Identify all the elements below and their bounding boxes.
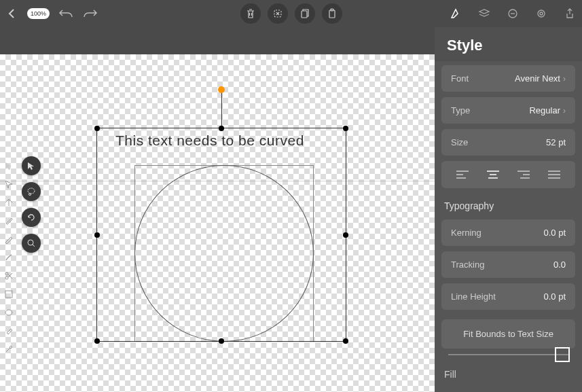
topbar-right [449, 7, 582, 20]
svg-rect-10 [5, 291, 12, 298]
font-section: Font Avenir Next› Type Regular› Size 52 … [435, 61, 582, 192]
svg-point-14 [28, 240, 33, 245]
font-value: Avenir Next [515, 73, 560, 84]
alignment-row [441, 161, 575, 188]
pencil-tool[interactable] [3, 233, 15, 245]
handle-top-center[interactable] [219, 126, 224, 131]
topbar: 100% [0, 0, 582, 27]
size-row[interactable]: Size 52 pt [441, 129, 575, 156]
font-row[interactable]: Font Avenir Next› [441, 65, 575, 92]
slider-thumb[interactable] [555, 347, 570, 362]
anchor-tool[interactable] [3, 196, 15, 209]
eyedropper-tool[interactable] [3, 343, 15, 355]
size-value: 52 pt [546, 137, 566, 147]
fit-bounds-button[interactable]: Fit Bounds to Text Size [441, 319, 575, 349]
left-toolbar [3, 160, 15, 355]
font-label: Font [451, 73, 469, 84]
rotate-handle[interactable] [218, 86, 225, 93]
align-center-button[interactable] [485, 168, 501, 181]
undo-button[interactable] [58, 5, 74, 22]
svg-point-6 [538, 10, 545, 17]
tracking-value: 0.0 [553, 260, 566, 270]
float-lasso-icon[interactable] [22, 182, 41, 201]
scissors-tool[interactable] [3, 270, 15, 282]
handle-bottom-right[interactable] [343, 338, 348, 344]
floating-tools [22, 156, 41, 253]
handle-mid-right[interactable] [343, 232, 348, 238]
topbar-left: 100% [5, 5, 98, 22]
svg-point-7 [540, 12, 543, 15]
float-select-icon[interactable] [22, 156, 41, 175]
handle-top-left[interactable] [94, 126, 100, 131]
svg-point-13 [29, 194, 31, 196]
shape-tool[interactable] [3, 288, 15, 300]
line-height-row[interactable]: Line Height 0.0 pt [441, 283, 575, 310]
paste-button[interactable] [322, 3, 342, 24]
kerning-row[interactable]: Kerning 0.0 pt [441, 219, 575, 246]
tracking-label: Tracking [451, 260, 484, 270]
tracking-row[interactable]: Tracking 0.0 [441, 251, 575, 278]
opacity-slider[interactable] [448, 354, 568, 355]
typography-section: Kerning 0.0 pt Tracking 0.0 Line Height … [435, 215, 582, 314]
kerning-label: Kerning [451, 228, 481, 238]
type-row[interactable]: Type Regular› [441, 97, 575, 124]
float-search-icon[interactable] [22, 234, 41, 253]
layers-icon[interactable] [477, 7, 491, 20]
chevron-right-icon: › [563, 106, 566, 115]
eraser-tool[interactable] [3, 325, 15, 337]
svg-point-12 [28, 188, 35, 194]
svg-point-9 [5, 277, 8, 279]
cut-button[interactable] [268, 3, 288, 24]
align-right-button[interactable] [515, 168, 532, 181]
share-icon[interactable] [563, 7, 577, 20]
canvas[interactable]: This text needs to be curved [0, 54, 435, 392]
style-panel: Style Font Avenir Next› Type Regular› Si… [435, 27, 582, 392]
svg-point-11 [5, 310, 12, 315]
handle-top-right[interactable] [343, 126, 348, 131]
minus-icon[interactable] [506, 7, 520, 20]
chevron-right-icon: › [563, 74, 566, 84]
float-rotate-icon[interactable] [22, 208, 41, 227]
panel-title: Style [435, 27, 582, 61]
svg-rect-2 [329, 10, 335, 18]
copy-button[interactable] [295, 3, 315, 24]
canvas-area: This text needs to be curved [0, 27, 435, 392]
align-justify-button[interactable] [546, 168, 562, 181]
align-left-button[interactable] [454, 168, 471, 181]
handle-bottom-left[interactable] [94, 338, 100, 344]
pen-tool[interactable] [3, 215, 15, 227]
svg-rect-1 [302, 11, 307, 18]
svg-point-8 [5, 272, 8, 275]
fill-section-title: Fill [435, 363, 582, 385]
typography-title: Typography [435, 192, 582, 215]
settings-icon[interactable] [534, 7, 548, 20]
back-button[interactable] [5, 7, 19, 20]
size-label: Size [451, 137, 468, 147]
handle-bottom-center[interactable] [219, 338, 224, 344]
node-tool[interactable] [3, 178, 15, 190]
select-tool[interactable] [3, 160, 15, 172]
kerning-value: 0.0 pt [543, 228, 566, 238]
ellipse-tool[interactable] [3, 306, 15, 319]
selection-bounds[interactable] [96, 128, 346, 342]
brush-tool[interactable] [3, 251, 15, 264]
style-tab-icon[interactable] [449, 7, 462, 20]
type-label: Type [451, 105, 470, 115]
redo-button[interactable] [82, 5, 98, 22]
handle-mid-left[interactable] [94, 232, 100, 238]
topbar-center [240, 3, 342, 24]
line-height-value: 0.0 pt [543, 291, 566, 302]
type-value: Regular [529, 105, 560, 115]
delete-button[interactable] [240, 3, 261, 24]
svg-line-15 [33, 245, 35, 247]
zoom-indicator[interactable]: 100% [27, 8, 50, 19]
line-height-label: Line Height [451, 291, 496, 302]
